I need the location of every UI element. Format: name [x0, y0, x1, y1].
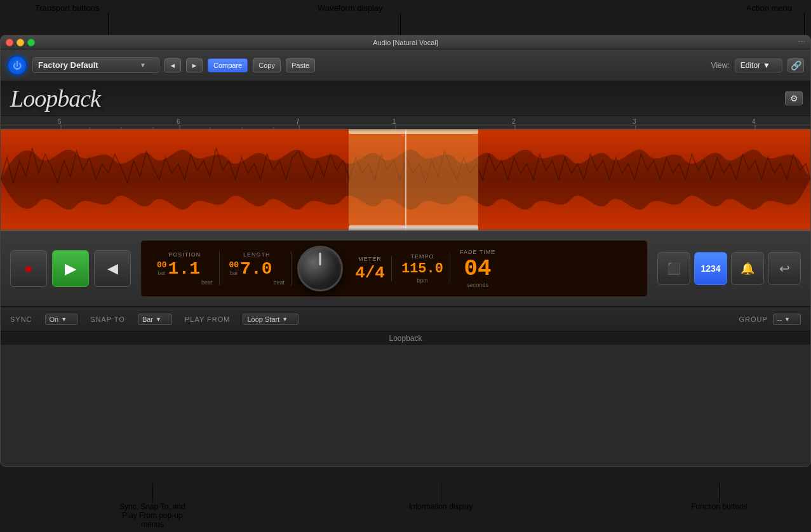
position-label: POSITION — [168, 251, 201, 258]
loopback-footer: Loopback — [1, 331, 810, 345]
svg-text:7: 7 — [296, 118, 300, 125]
length-value: 7.0 — [240, 260, 272, 278]
transport-buttons: ● ▶ ◀ — [10, 250, 131, 287]
title-bar: Audio [Natural Vocal] ⋯ — [1, 36, 810, 50]
svg-text:3: 3 — [633, 118, 636, 125]
record-button[interactable]: ● — [10, 250, 47, 287]
view-option: Editor — [741, 61, 760, 70]
play-from-chevron-icon: ▼ — [282, 316, 288, 323]
position-bar-col: 00 bar — [157, 260, 167, 286]
resize-icon[interactable]: ⋯ — [798, 38, 805, 46]
timeline-ruler: 5 6 7 1 2 3 4 — [1, 116, 810, 129]
position-bar-unit: bar — [158, 270, 166, 276]
sync-value: On — [50, 316, 59, 323]
count-icon: 1234 — [700, 263, 720, 274]
link-icon: 🔗 — [791, 60, 801, 70]
stop-button[interactable]: ◀ — [94, 250, 131, 287]
waveform-display[interactable] — [1, 129, 810, 230]
position-bar-value: 00 — [157, 260, 167, 270]
group-dropdown[interactable]: -- ▼ — [773, 314, 801, 325]
play-from-dropdown[interactable]: Loop Start ▼ — [243, 314, 298, 325]
view-dropdown[interactable]: Editor ▼ — [735, 58, 782, 72]
transport-section: ● ▶ ◀ POSITION 00 bar 1.1 — [1, 230, 810, 307]
master-knob[interactable] — [297, 246, 343, 291]
group-label: GROUP — [739, 316, 767, 323]
paste-button[interactable]: Paste — [286, 58, 315, 72]
chevron-down-icon: ▼ — [140, 62, 146, 69]
top-right-controls: View: Editor ▼ 🔗 — [711, 58, 804, 72]
power-icon: ⏻ — [13, 60, 22, 70]
sync-annotation-text: Sync, Snap To, and Play From pop-up menu… — [114, 502, 191, 529]
traffic-lights — [6, 39, 35, 46]
length-bar-value: 00 — [229, 260, 239, 270]
window-title: Audio [Natural Vocal] — [373, 39, 438, 46]
compare-button[interactable]: Compare — [208, 58, 248, 72]
group-value: -- — [777, 316, 782, 323]
tempo-unit: bpm — [417, 277, 428, 284]
length-beat-col: beat — [274, 260, 285, 286]
app-logo: Loopback — [10, 84, 100, 112]
info-display: POSITION 00 bar 1.1 beat LENGTH — [140, 240, 648, 297]
fade-time-section: FADE TIME 04 seconds — [453, 249, 502, 288]
play-from-label: PLAY FROM — [185, 316, 231, 323]
svg-text:2: 2 — [512, 118, 516, 125]
play-button[interactable]: ▶ — [52, 250, 89, 287]
preset-dropdown[interactable]: Factory Default ▼ — [32, 57, 159, 73]
position-beat-unit: beat — [201, 279, 213, 286]
preset-name: Factory Default — [38, 60, 98, 70]
action-menu-label: Action menu — [746, 3, 792, 13]
play-icon: ▶ — [65, 260, 76, 277]
waveform-bottom-edge — [1, 228, 810, 230]
length-beat-unit: beat — [274, 279, 285, 286]
bottom-right: GROUP -- ▼ — [739, 314, 801, 325]
top-controls-bar: ⏻ Factory Default ▼ ◄ ► Compare Copy Pas… — [1, 50, 810, 81]
loop-icon: ⬛ — [667, 262, 681, 276]
minimize-button[interactable] — [17, 39, 24, 46]
svg-text:1: 1 — [392, 118, 396, 125]
meter-value: 4/4 — [355, 265, 385, 281]
snap-value: Bar — [142, 316, 153, 323]
fade-value: 04 — [464, 258, 492, 281]
position-section: POSITION 00 bar 1.1 beat — [151, 251, 220, 286]
selection-region[interactable] — [349, 129, 478, 230]
info-annotation: Information display — [409, 483, 473, 529]
meter-section: METER 4/4 — [349, 256, 392, 281]
undo-icon: ↩ — [779, 261, 790, 276]
tempo-section: TEMPO 115.0 bpm — [395, 253, 450, 284]
sync-dropdown[interactable]: On ▼ — [45, 314, 78, 325]
metronome-icon: 🔔 — [741, 262, 754, 276]
knob-marker — [319, 253, 321, 265]
maximize-button[interactable] — [27, 39, 35, 46]
func-annotation: Function buttons — [691, 483, 747, 529]
metronome-button[interactable]: 🔔 — [731, 252, 764, 285]
copy-button[interactable]: Copy — [253, 58, 281, 72]
length-bar-unit: bar — [230, 270, 238, 276]
logo-area: Loopback ⚙ — [1, 81, 810, 116]
tempo-label: TEMPO — [410, 253, 434, 260]
snap-chevron-icon: ▼ — [156, 316, 161, 323]
bottom-annotations: Sync, Snap To, and Play From pop-up menu… — [0, 483, 811, 529]
svg-text:5: 5 — [58, 118, 62, 125]
undo-button[interactable]: ↩ — [768, 252, 801, 285]
count-button[interactable]: 1234 — [694, 252, 727, 285]
snap-dropdown[interactable]: Bar ▼ — [138, 314, 172, 325]
link-button[interactable]: 🔗 — [788, 58, 804, 72]
loopback-footer-label: Loopback — [389, 334, 422, 343]
preset-back-button[interactable]: ◄ — [164, 58, 181, 72]
fade-unit: seconds — [467, 282, 488, 288]
power-button[interactable]: ⏻ — [7, 55, 27, 76]
stop-icon: ◀ — [107, 260, 118, 277]
playhead — [405, 129, 406, 230]
preset-forward-button[interactable]: ► — [186, 58, 203, 72]
settings-button[interactable]: ⚙ — [785, 91, 803, 105]
bottom-bar: SYNC On ▼ SNAP TO Bar ▼ PLAY FROM Loop S… — [1, 307, 810, 331]
position-beat-col: beat — [201, 260, 213, 286]
close-button[interactable] — [6, 39, 13, 46]
loop-button[interactable]: ⬛ — [657, 252, 690, 285]
plugin-window: Audio [Natural Vocal] ⋯ ⏻ Factory Defaul… — [0, 35, 811, 467]
svg-text:4: 4 — [752, 118, 756, 125]
fade-label: FADE TIME — [460, 249, 495, 255]
group-chevron-icon: ▼ — [784, 316, 790, 323]
view-chevron-icon: ▼ — [763, 61, 770, 70]
sync-chevron-icon: ▼ — [61, 316, 67, 323]
